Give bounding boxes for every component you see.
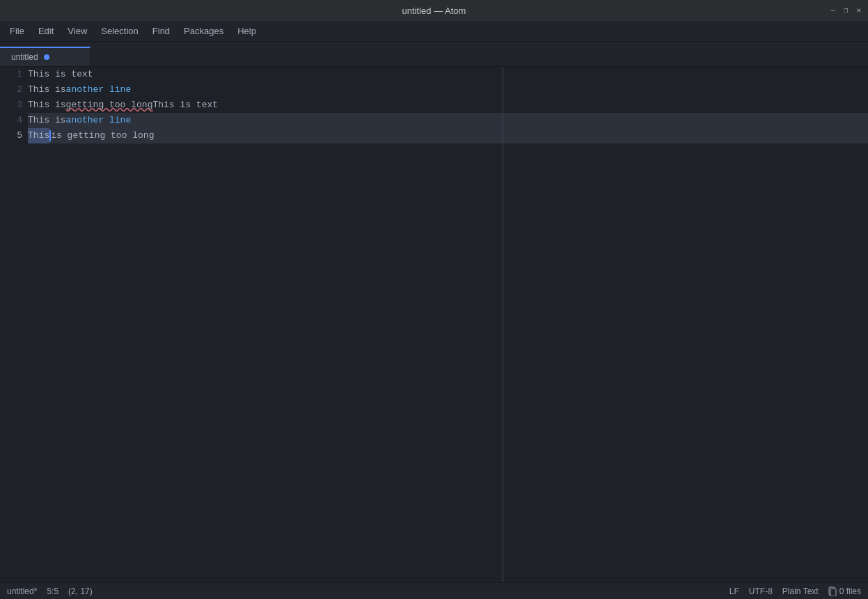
code-line-3: This is getting too longThis is text xyxy=(28,98,868,113)
menu-packages[interactable]: Packages xyxy=(177,23,230,39)
line-number-5: 5 xyxy=(0,128,28,143)
code-line-4: This is another line xyxy=(28,113,868,128)
status-filename[interactable]: untitled* xyxy=(7,586,37,596)
svg-rect-1 xyxy=(830,589,836,596)
line-2-prefix: This is xyxy=(28,82,66,98)
minimize-button[interactable]: — xyxy=(830,7,835,15)
status-position[interactable]: 5:5 xyxy=(47,586,58,596)
status-line-ending[interactable]: LF xyxy=(729,586,739,596)
tab-untitled[interactable]: untitled xyxy=(0,47,90,66)
status-cursor-pos[interactable]: (2, 17) xyxy=(68,586,93,596)
tabbar: untitled xyxy=(0,42,868,67)
line-5-suffix: is getting too long xyxy=(51,128,154,143)
menubar: File Edit View Selection Find Packages H… xyxy=(0,21,868,42)
close-button[interactable]: ✕ xyxy=(856,7,861,15)
status-encoding[interactable]: UTF-8 xyxy=(749,586,773,596)
line-1-text: This is text xyxy=(28,67,93,82)
maximize-button[interactable]: ❐ xyxy=(844,7,849,15)
file-icon xyxy=(828,586,837,596)
editor-main[interactable]: 1 2 3 4 5 This is text This is another l… xyxy=(0,67,868,582)
titlebar-controls[interactable]: — ❐ ✕ xyxy=(830,7,861,15)
status-files-label: 0 files xyxy=(839,586,861,596)
tab-label: untitled xyxy=(11,52,38,62)
titlebar: untitled — Atom — ❐ ✕ xyxy=(0,0,868,21)
line-4-prefix: This is xyxy=(28,113,66,128)
status-files[interactable]: 0 files xyxy=(828,586,861,596)
menu-file[interactable]: File xyxy=(3,23,31,39)
menu-find[interactable]: Find xyxy=(145,23,177,39)
line-5-selected: This xyxy=(28,128,49,143)
line-3-suffix: This is text xyxy=(152,98,218,113)
menu-selection[interactable]: Selection xyxy=(94,23,145,39)
line-number-2: 2 xyxy=(0,82,28,98)
line-2-highlight: another line xyxy=(66,82,132,98)
menu-view[interactable]: View xyxy=(61,23,94,39)
code-line-1: This is text xyxy=(28,67,868,82)
menu-help[interactable]: Help xyxy=(230,23,263,39)
line-number-4: 4 xyxy=(0,113,28,128)
code-area[interactable]: This is text This is another line This i… xyxy=(28,67,868,582)
tab-modified-dot xyxy=(44,54,49,60)
statusbar: untitled* 5:5 (2, 17) LF UTF-8 Plain Tex… xyxy=(0,582,868,599)
line-4-highlight: another line xyxy=(66,113,132,128)
line-3-prefix: This is xyxy=(28,98,66,113)
line-gutter: 1 2 3 4 5 xyxy=(0,67,28,582)
status-grammar[interactable]: Plain Text xyxy=(782,586,819,596)
statusbar-right: LF UTF-8 Plain Text 0 files xyxy=(729,586,861,596)
editor-container: 1 2 3 4 5 This is text This is another l… xyxy=(0,67,868,582)
line-number-3: 3 xyxy=(0,98,28,113)
titlebar-title: untitled — Atom xyxy=(402,6,466,16)
code-line-5: This is getting too long xyxy=(28,128,868,143)
statusbar-left: untitled* 5:5 (2, 17) xyxy=(7,586,93,596)
menu-edit[interactable]: Edit xyxy=(31,23,61,39)
line-number-1: 1 xyxy=(0,67,28,82)
split-line xyxy=(503,67,503,582)
line-3-squiggle: getting too long xyxy=(66,98,153,113)
code-line-2: This is another line xyxy=(28,82,868,98)
